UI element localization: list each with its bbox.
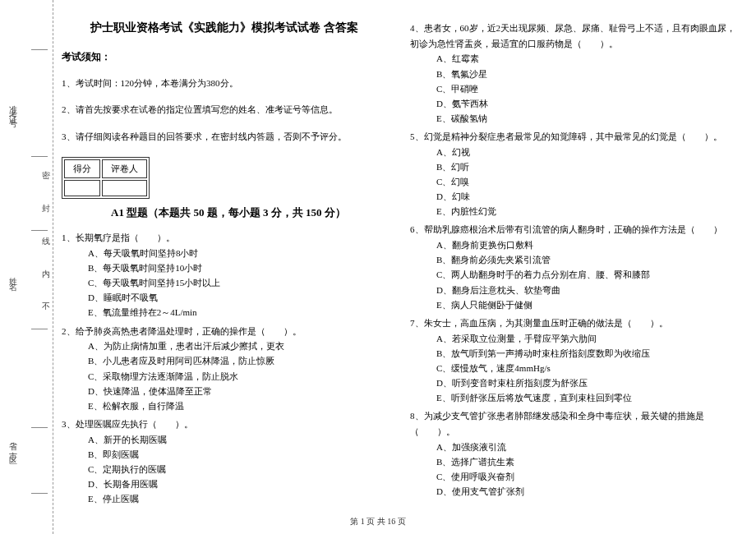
content-area: 护士职业资格考试《实践能力》模拟考试试卷 含答案 考试须知： 1、考试时间：12… (62, 21, 735, 509)
q6-opt-b: B、翻身前必须先夹紧引流管 (436, 252, 735, 267)
q4-stem: 4、患者女，60岁，近2天出现尿频、尿急、尿痛、耻骨弓上不适，且有肉眼血尿，初诊… (410, 21, 735, 51)
q1-opt-c: C、每天吸氧时间坚持15小时以上 (88, 275, 387, 290)
label-name: 姓名 (7, 271, 18, 281)
grader-cell: 评卷人 (102, 159, 147, 178)
q1-stem: 1、长期氧疗是指（ ）。 (62, 230, 387, 246)
question-5: 5、幻觉是精神分裂症患者最常见的知觉障碍，其中最常见的幻觉是（ ）。 A、幻视 … (410, 129, 735, 219)
binding-tick (31, 329, 48, 329)
instruction-1: 1、考试时间：120分钟，本卷满分为380分。 (62, 72, 387, 94)
q3-opt-d: D、长期备用医嘱 (88, 476, 387, 491)
score-box: 得分 评卷人 (62, 157, 150, 199)
question-6: 6、帮助乳腺癌根治术后带有引流管的病人翻身时，正确的操作方法是（ ） A、翻身前… (410, 222, 735, 311)
question-3: 3、处理医嘱应先执行（ ）。 A、新开的长期医嘱 B、即刻医嘱 C、定期执行的医… (62, 417, 387, 506)
question-4: 4、患者女，60岁，近2天出现尿频、尿急、尿痛、耻骨弓上不适，且有肉眼血尿，初诊… (410, 21, 735, 126)
binding-tick (31, 230, 48, 231)
q5-opt-d: D、幻味 (436, 189, 735, 204)
binding-margin: 省（市区） 姓名 准考证号 密封线内不 (0, 0, 53, 534)
score-blank (64, 180, 100, 196)
q8-opt-c: C、使用呼吸兴奋剂 (436, 469, 735, 484)
q8-opt-d: D、使用支气管扩张剂 (436, 484, 735, 499)
q2-opt-c: C、采取物理方法逐渐降温，防止脱水 (88, 369, 387, 384)
q4-opt-d: D、氨苄西林 (436, 96, 735, 111)
q3-opt-e: E、停止医嘱 (88, 491, 387, 506)
seal-line-label: 密封线内不 (39, 164, 51, 329)
section-a1-title: A1 型题（本题共 50 题，每小题 3 分，共 150 分） (111, 205, 346, 220)
q7-opt-c: C、缓慢放气，速度4mmHg/s (436, 361, 735, 375)
q2-opt-d: D、快速降温，使体温降至正常 (88, 384, 387, 398)
q2-stem: 2、给予肺炎高热患者降温处理时，正确的操作是（ ）。 (62, 324, 387, 339)
q1-opt-a: A、每天吸氧时间坚持8小时 (88, 246, 387, 260)
label-examno: 准考证号 (7, 99, 18, 118)
q2-opt-a: A、为防止病情加重，患者出汗后减少擦拭，更衣 (88, 338, 387, 353)
q4-opt-c: C、甲硝唑 (436, 81, 735, 96)
q7-opt-d: D、听到变音时束柱所指刻度为舒张压 (436, 375, 735, 390)
binding-tick (31, 493, 48, 494)
label-province: 省（市区） (7, 435, 18, 460)
q5-opt-e: E、内脏性幻觉 (436, 204, 735, 219)
q1-opt-d: D、睡眠时不吸氧 (88, 290, 387, 305)
q4-opt-b: B、氧氟沙星 (436, 67, 735, 81)
binding-tick (31, 427, 48, 428)
q2-opt-e: E、松解衣服，自行降温 (88, 398, 387, 413)
q7-opt-b: B、放气听到第一声搏动时束柱所指刻度数即为收缩压 (436, 346, 735, 361)
q3-stem: 3、处理医嘱应先执行（ ）。 (62, 417, 387, 432)
q8-stem: 8、为减少支气管扩张患者肺部继发感染和全身中毒症状，最关键的措施是（ ）。 (410, 408, 735, 439)
binding-tick (31, 156, 48, 157)
exam-page: 省（市区） 姓名 准考证号 密封线内不 护士职业资格考试《实践能力》模拟考试试卷… (0, 0, 756, 534)
q4-opt-e: E、碳酸氢钠 (436, 111, 735, 126)
question-1: 1、长期氧疗是指（ ）。 A、每天吸氧时间坚持8小时 B、每天吸氧时间坚持10小… (62, 230, 387, 320)
q8-opt-a: A、加强痰液引流 (436, 440, 735, 454)
score-cell: 得分 (64, 159, 100, 178)
q5-opt-b: B、幻听 (436, 159, 735, 174)
q8-opt-b: B、选择广谱抗生素 (436, 454, 735, 469)
exam-title: 护士职业资格考试《实践能力》模拟考试试卷 含答案 (62, 21, 387, 35)
q5-opt-c: C、幻嗅 (436, 174, 735, 189)
q5-stem: 5、幻觉是精神分裂症患者最常见的知觉障碍，其中最常见的幻觉是（ ）。 (410, 129, 735, 145)
q3-opt-c: C、定期执行的医嘱 (88, 462, 387, 476)
instruction-3: 3、请仔细阅读各种题目的回答要求，在密封线内答题，否则不予评分。 (62, 126, 387, 147)
q6-opt-a: A、翻身前更换伤口敷料 (436, 237, 735, 252)
q7-stem: 7、朱女士，高血压病，为其测量血压时正确的做法是（ ）。 (410, 315, 735, 331)
q3-opt-a: A、新开的长期医嘱 (88, 432, 387, 447)
question-2: 2、给予肺炎高热患者降温处理时，正确的操作是（ ）。 A、为防止病情加重，患者出… (62, 324, 387, 413)
notice-label: 考试须知： (62, 50, 387, 64)
q7-opt-a: A、若采取立位测量，手臂应平第六肋间 (436, 331, 735, 346)
q1-opt-e: E、氧流量维持在2～4L/min (88, 305, 387, 320)
q4-opt-a: A、红霉素 (436, 51, 735, 66)
question-7: 7、朱女士，高血压病，为其测量血压时正确的做法是（ ）。 A、若采取立位测量，手… (410, 315, 735, 405)
q1-opt-b: B、每天吸氧时间坚持10小时 (88, 260, 387, 275)
page-footer: 第 1 页 共 16 页 (0, 516, 756, 527)
instruction-2: 2、请首先按要求在试卷的指定位置填写您的姓名、准考证号等信息。 (62, 99, 387, 120)
grader-blank (102, 180, 147, 196)
q7-opt-e: E、听到舒张压后将放气速度，直到束柱回到零位 (436, 390, 735, 405)
q6-opt-e: E、病人只能侧卧于健侧 (436, 297, 735, 312)
q2-opt-b: B、小儿患者应及时用阿司匹林降温，防止惊厥 (88, 353, 387, 368)
q3-opt-b: B、即刻医嘱 (88, 447, 387, 462)
q6-opt-c: C、两人助翻身时手的着力点分别在肩、腰、臀和膝部 (436, 267, 735, 282)
binding-tick (31, 49, 48, 50)
q6-opt-d: D、翻身后注意枕头、软垫弯曲 (436, 283, 735, 297)
q6-stem: 6、帮助乳腺癌根治术后带有引流管的病人翻身时，正确的操作方法是（ ） (410, 222, 735, 237)
q5-opt-a: A、幻视 (436, 145, 735, 159)
